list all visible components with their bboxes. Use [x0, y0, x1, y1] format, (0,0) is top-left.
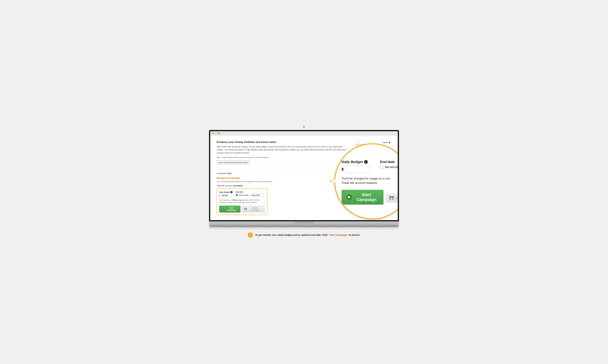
- account-name-bg: Kev: [228, 172, 232, 175]
- preview-dot-1: [356, 142, 357, 143]
- instruction-prefix: To get started, set a daily budget and a…: [255, 234, 328, 236]
- zoom-start-campaign-label: Start Campaign: [354, 192, 379, 202]
- daily-budget-info-icon: i: [230, 191, 233, 193]
- end-date-checkbox[interactable]: [236, 194, 238, 196]
- budget-card: Daily Budget i $: [217, 188, 267, 215]
- end-date-row: Set end date: [236, 194, 264, 197]
- browser-dot-red[interactable]: [212, 132, 214, 134]
- zoom-dollar-sign: $: [342, 167, 344, 171]
- spend-amount: $115 per day: [232, 199, 242, 201]
- browser-window: Enhance your listing visibility and boos…: [210, 131, 398, 220]
- dollar-sign: $: [219, 195, 220, 197]
- button-row: Start Campaign 💾 Update Campaign: [219, 206, 265, 212]
- preview-browser-top: trademe 🔵: [356, 142, 390, 143]
- trade-me-account-name: Kevthekiwi: [233, 185, 243, 187]
- zoom-tail-fill: [330, 179, 335, 183]
- zoom-start-campaign-button[interactable]: Start Campaign: [342, 190, 384, 205]
- zoom-fields-row: Daily Budget i $ End date: [342, 160, 398, 173]
- daily-budget-label: Daily Budget i: [219, 191, 233, 193]
- laptop-stand: [209, 225, 399, 227]
- start-campaign-label: Start Campaign: [225, 207, 238, 211]
- hero-note: Note: Usage charges will be processed fr…: [217, 156, 349, 158]
- zoom-end-date-label: End date: [380, 160, 398, 164]
- page-content: Enhance your listing visibility and boos…: [210, 135, 398, 220]
- preview-dot-3: [359, 142, 359, 143]
- zoom-set-end-date-label: Set end dat: [385, 166, 398, 169]
- browser-dot-yellow[interactable]: [215, 132, 217, 134]
- zoom-daily-budget-group: Daily Budget i $: [342, 160, 371, 173]
- hero-title: Enhance your listing visibility and boos…: [217, 141, 349, 144]
- zoom-budget-input[interactable]: [345, 166, 371, 173]
- set-end-date-label: Set end date: [239, 194, 249, 196]
- save-icon-small: 💾: [245, 208, 247, 210]
- step-badge: 3: [248, 233, 253, 237]
- zoom-daily-budget-label: Daily Budget i: [342, 160, 371, 164]
- instruction-highlight: “Start Campaign”: [328, 234, 348, 236]
- hero-text-area: Enhance your listing visibility and boos…: [217, 141, 349, 164]
- zoom-save-icon: 💾: [389, 196, 394, 200]
- zoom-dollar-row: $: [342, 166, 371, 173]
- instruction-suffix: to launch.: [348, 234, 360, 236]
- end-date-input[interactable]: [250, 194, 264, 197]
- preview-dot-2: [357, 142, 358, 143]
- daily-budget-group: Daily Budget i $: [219, 191, 233, 197]
- laptop-base: [209, 221, 399, 225]
- play-triangle-large: [348, 196, 351, 199]
- end-date-label: End date: [236, 191, 264, 193]
- budget-input[interactable]: [221, 194, 232, 197]
- laptop-screen-bezel: Enhance your listing visibility and boos…: [209, 130, 399, 221]
- spend-note: You'll spend up to $115 per day inclusiv…: [219, 199, 265, 204]
- play-icon-small: [221, 208, 224, 210]
- zoom-update-button[interactable]: 💾 Up: [386, 194, 398, 202]
- play-icon-large: [346, 194, 352, 200]
- instruction-bar: 3 To get started, set a daily budget and…: [245, 231, 363, 239]
- zoom-end-date-checkbox[interactable]: [380, 166, 383, 169]
- end-date-group: End date Set end date: [236, 191, 264, 197]
- browser-dot-green[interactable]: [218, 132, 220, 134]
- hero-body: Take control with Sponsored Listings. Se…: [217, 145, 349, 155]
- dollar-input-wrap: $: [219, 194, 233, 197]
- learn-more-button[interactable]: Learn more about Sponsored Listings: [217, 160, 250, 164]
- webcam: [303, 126, 305, 128]
- zoom-end-date-row: Set end dat: [380, 166, 398, 169]
- zoom-charge-text: You'll be charged for usage on a cos Tra…: [342, 176, 398, 185]
- start-campaign-button[interactable]: Start Campaign: [219, 206, 240, 212]
- preview-trademe-logo: trademe 🔵: [383, 142, 390, 143]
- budget-form-row: Daily Budget i $: [219, 191, 265, 197]
- zoom-end-date-group: End date Set end dat: [380, 160, 398, 169]
- instruction-text: To get started, set a daily budget and a…: [255, 234, 360, 236]
- update-campaign-label: Update Campaign: [248, 207, 262, 211]
- update-campaign-button[interactable]: 💾 Update Campaign: [242, 206, 265, 212]
- zoom-btn-row: Start Campaign 💾 Up: [342, 190, 398, 206]
- laptop-frame: Enhance your listing visibility and boos…: [209, 125, 399, 227]
- preview-trademe-dot: me: [386, 142, 388, 143]
- browser-chrome: [210, 131, 398, 135]
- zoom-info-icon: i: [364, 160, 368, 164]
- zoom-update-label: Up: [395, 196, 398, 200]
- play-triangle-small: [222, 208, 223, 210]
